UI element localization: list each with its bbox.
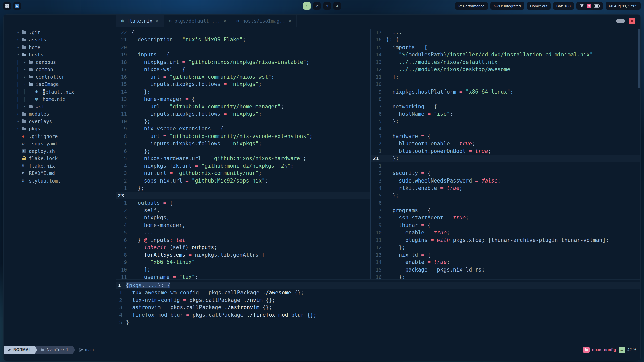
tree-item[interactable]: ││home.nix	[4, 96, 116, 103]
code-line[interactable]: 13 nix-ld = {	[371, 251, 640, 259]
tree-item[interactable]: .gitignore	[4, 132, 116, 140]
workspace-button[interactable]: 4	[333, 2, 341, 10]
tree-item[interactable]: │▾isoImage	[4, 81, 116, 88]
code-line[interactable]: 8 url = "github:nix-community/nix-vscode…	[116, 132, 370, 140]
code-line[interactable]: 8	[371, 96, 640, 103]
tree-item[interactable]: │▸common	[4, 66, 116, 73]
code-line[interactable]: 6 } @ inputs: let	[116, 236, 370, 244]
code-line[interactable]: 14 "${modulesPath}/installer/cd-dvd/inst…	[371, 51, 640, 59]
close-window-button[interactable]: ×	[629, 18, 635, 24]
editor-tab[interactable]: ❄flake.nix×	[116, 15, 164, 27]
code-line[interactable]: 23	[116, 192, 370, 199]
code-line[interactable]: 7 inputs.nixpkgs.follows = "nixpkgs";	[116, 140, 370, 148]
code-line[interactable]: 8 ssh.startAgent = true;	[371, 214, 640, 222]
code-line[interactable]: 11 username = "tux";	[116, 274, 370, 280]
code-line[interactable]: 20	[116, 43, 370, 51]
code-line[interactable]: 6 };	[116, 147, 370, 155]
code-line[interactable]: 10 enable = true;	[371, 229, 640, 237]
code-line[interactable]: 13 home-manager = {	[116, 96, 370, 103]
tree-item[interactable]: ││default.nix	[4, 88, 116, 96]
code-line[interactable]: 6	[371, 199, 640, 207]
code-line[interactable]: 16}: {	[371, 36, 640, 44]
code-line[interactable]: 2 tux-nvim-config = pkgs.callPackage ./n…	[116, 296, 640, 304]
code-line[interactable]: 3 nixpkgs,	[116, 214, 370, 222]
code-line[interactable]: 14 };	[116, 88, 370, 96]
code-line[interactable]: 1 tux-awesome-wm-config = pkgs.callPacka…	[116, 289, 640, 297]
tree-item[interactable]: README.md	[4, 170, 116, 177]
workspace-button[interactable]: 1	[303, 2, 311, 10]
code-line[interactable]: 4 nixpkgs-f2k.url = "github:moni-dz/nixp…	[116, 162, 370, 170]
tree-item[interactable]: ▸assets	[4, 36, 116, 44]
tree-item[interactable]: .sops.yaml	[4, 140, 116, 148]
code-line[interactable]: 5 nixos-hardware.url = "github:nixos/nix…	[116, 155, 370, 162]
code-line[interactable]: 3 hardware = {	[371, 132, 640, 140]
code-line[interactable]: 7 networking = {	[371, 103, 640, 110]
tree-item[interactable]: stylua.toml	[4, 177, 116, 185]
code-line[interactable]: 4 home-manager,	[116, 221, 370, 229]
code-line[interactable]: 22{	[116, 29, 370, 36]
tab-close-icon[interactable]: ×	[223, 18, 226, 24]
code-line[interactable]: 9 nixpkgs.hostPlatform = "x86_64-linux";	[371, 88, 640, 96]
editor-tab[interactable]: ❄pkgs/default ...×	[164, 15, 232, 27]
code-line[interactable]: 2 self,	[116, 207, 370, 214]
code-line[interactable]: 17 ...	[371, 29, 640, 36]
code-line[interactable]: 2 security = {	[371, 170, 640, 177]
tree-item[interactable]: │▸canopus	[4, 58, 116, 66]
code-line[interactable]: 2 bluetooth.enable = true;	[371, 140, 640, 148]
code-line[interactable]: 15 imports = [	[371, 43, 640, 51]
code-line[interactable]: 8 forAllSystems = nixpkgs.lib.genAttrs [	[116, 251, 370, 259]
tree-item[interactable]: flake.nix	[4, 162, 116, 170]
code-line[interactable]: 4 firefox-mod-blur = pkgs.callPackage ./…	[116, 311, 640, 319]
code-line[interactable]: 4	[371, 125, 640, 133]
code-line[interactable]: 21 };	[371, 155, 640, 162]
code-line[interactable]: 5 };	[371, 192, 640, 199]
code-line[interactable]: 5 };	[371, 118, 640, 125]
code-line[interactable]: 2 sops-nix.url = "github:Mic92/sops-nix"…	[116, 177, 370, 185]
tree-item[interactable]: ▸.git	[4, 29, 116, 36]
tree-item[interactable]: │▸controller	[4, 73, 116, 81]
code-line[interactable]: 16 };	[371, 274, 640, 280]
code-line[interactable]: 19 inputs = {	[116, 51, 370, 59]
code-line[interactable]: 3 sudo.wheelNeedsPassword = false;	[371, 177, 640, 185]
code-line[interactable]: 1	[371, 162, 640, 170]
code-line[interactable]: 11 inputs.nixpkgs.follows = "nixpkgs";	[116, 110, 370, 118]
code-line[interactable]: 11 plugins = with pkgs.xfce; [thunar-arc…	[371, 236, 640, 244]
code-line[interactable]: 18 nixpkgs.url = "github:nixos/nixpkgs/n…	[116, 58, 370, 66]
code-line[interactable]: 10	[371, 81, 640, 88]
code-line[interactable]: 1 };	[116, 185, 370, 192]
tree-item[interactable]: flake.lock	[4, 155, 116, 162]
tree-item[interactable]: ▾hosts	[4, 51, 116, 59]
code-line[interactable]: 10 };	[116, 118, 370, 125]
code-line[interactable]: 3 astronvim = pkgs.callPackage ./astronv…	[116, 304, 640, 311]
code-line[interactable]: 12 ../../modules/nixos/desktop/awesome	[371, 66, 640, 73]
code-line[interactable]: 12 url = "github:nix-community/home-mana…	[116, 103, 370, 110]
code-line[interactable]: 3 nur.url = "github:nix-community/nur";	[116, 170, 370, 177]
code-line[interactable]: 6 hostName = "iso";	[371, 110, 640, 118]
code-line[interactable]: 9 "x86_64-linux"	[116, 259, 370, 266]
code-line[interactable]: 5}	[116, 319, 640, 326]
tree-item[interactable]: ▸modules	[4, 110, 116, 118]
code-line[interactable]: 9 nix-vscode-extensions = {	[116, 125, 370, 133]
code-line[interactable]: 4 rtkit.enable = true;	[371, 185, 640, 192]
workspace-button[interactable]: 3	[323, 2, 331, 10]
code-line[interactable]: 1 bluetooth.powerOnBoot = true;	[371, 147, 640, 155]
code-line[interactable]: 10 ];	[116, 266, 370, 274]
tree-item[interactable]: ▸overlays	[4, 118, 116, 125]
code-line[interactable]: 21 description = "tux's NixOS Flake";	[116, 36, 370, 44]
code-line[interactable]: 7 inherit (self) outputs;	[116, 244, 370, 251]
logo-button[interactable]	[13, 2, 21, 10]
code-line[interactable]: 14 enable = true;	[371, 259, 640, 266]
code-line[interactable]: 15 inputs.nixpkgs.follows = "nixpkgs";	[116, 81, 370, 88]
code-line[interactable]: 16 url = "github:nix-community/nixos-wsl…	[116, 73, 370, 81]
workspace-button[interactable]: 2	[313, 2, 321, 10]
maximize-button[interactable]	[616, 19, 625, 23]
code-line[interactable]: 5 ...	[116, 229, 370, 237]
code-line[interactable]: 11 ];	[371, 73, 640, 81]
app-launcher-button[interactable]	[3, 2, 11, 10]
editor-tab[interactable]: ❄hosts/isoImag..×	[231, 15, 296, 27]
tree-item[interactable]: ▸home	[4, 43, 116, 51]
code-line[interactable]: 13 ../../modules/nixos/default.nix	[371, 58, 640, 66]
tab-close-icon[interactable]: ×	[155, 18, 158, 24]
code-line[interactable]: 17 nixos-wsl = {	[116, 66, 370, 73]
code-line[interactable]: 1 outputs = {	[116, 199, 370, 207]
